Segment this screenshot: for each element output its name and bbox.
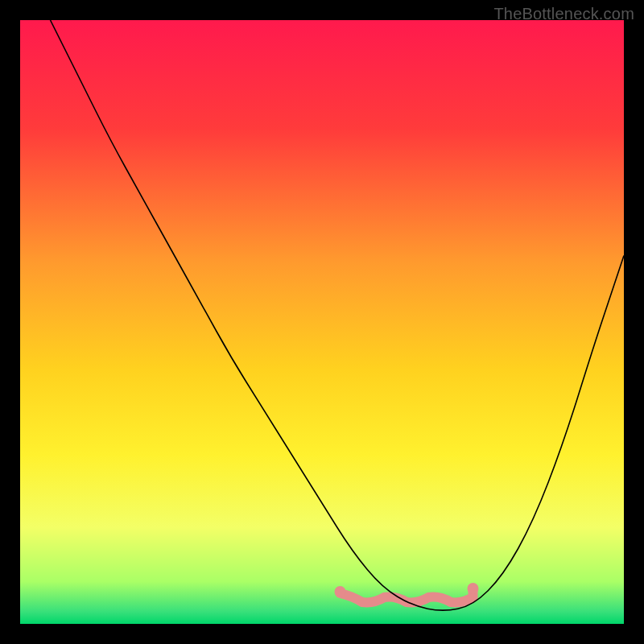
chart-frame: TheBottleneck.com bbox=[0, 0, 644, 644]
watermark-text: TheBottleneck.com bbox=[493, 5, 634, 23]
bottom-highlight-cap-left bbox=[335, 586, 346, 597]
bottom-highlight-cap-right bbox=[468, 583, 479, 594]
chart-background bbox=[20, 20, 624, 624]
chart-svg bbox=[20, 20, 624, 624]
chart-plot-area bbox=[20, 20, 624, 624]
